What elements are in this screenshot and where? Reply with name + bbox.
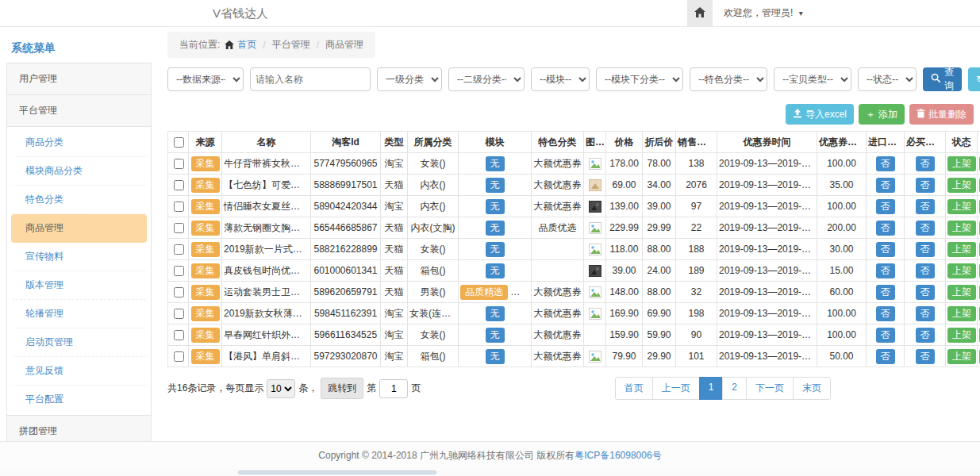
cell-operations	[978, 153, 980, 175]
reset-button[interactable]: ↻ 重置	[968, 67, 980, 91]
page-button-1[interactable]: 1	[699, 377, 724, 400]
cell-type: 天猫	[381, 175, 408, 196]
per-page-select[interactable]: 10	[267, 379, 295, 398]
must-buy-badge[interactable]: 否	[916, 349, 935, 364]
must-buy-badge[interactable]: 否	[916, 306, 935, 321]
sidebar-item-特色分类[interactable]: 特色分类	[11, 186, 147, 214]
table-row: 采集早春网红针织外套女春...596611634525淘宝女装()无大额优惠券1…	[168, 324, 980, 346]
cell-coupon-amount: 100.00	[817, 153, 867, 175]
user-menu[interactable]: 欢迎您，管理员! ▾	[724, 6, 803, 20]
must-buy-badge[interactable]: 否	[916, 242, 935, 257]
import-select-badge[interactable]: 否	[876, 285, 895, 300]
sidebar-item-意见反馈[interactable]: 意见反馈	[11, 357, 147, 386]
import-select-badge[interactable]: 否	[876, 242, 895, 257]
module-select[interactable]: --模块--	[531, 67, 590, 91]
must-buy-badge[interactable]: 否	[916, 263, 935, 278]
import-select-badge[interactable]: 否	[876, 199, 895, 214]
must-buy-badge[interactable]: 否	[916, 199, 935, 214]
sidebar-item-模块商品分类[interactable]: 模块商品分类	[11, 157, 147, 186]
feature-category-select[interactable]: --特色分类--	[690, 67, 767, 91]
cell-operations	[978, 239, 980, 260]
table-row: 采集情侣睡衣女夏丝绸男士...589042420344淘宝内衣()无大额优惠券1…	[168, 196, 980, 217]
status-badge[interactable]: 上架	[947, 328, 976, 343]
import-select-badge[interactable]: 否	[876, 178, 895, 193]
row-checkbox[interactable]	[174, 309, 184, 319]
row-checkbox[interactable]	[174, 266, 184, 276]
add-button[interactable]: ＋ 添加	[859, 104, 905, 125]
scrollbar-thumb[interactable]	[238, 470, 436, 474]
module-none-badge: 无	[486, 178, 505, 193]
row-checkbox[interactable]	[174, 351, 184, 362]
sidebar-section-users[interactable]: 用户管理	[6, 63, 152, 95]
row-checkbox[interactable]	[174, 159, 184, 169]
row-checkbox[interactable]	[174, 244, 184, 255]
must-buy-badge[interactable]: 否	[916, 156, 935, 171]
table-row: 采集2019新款一片式系...588216228899天猫女装()无118.00…	[168, 239, 980, 260]
module-subcategory-select[interactable]: --模块下分类--	[596, 67, 683, 91]
import-select-badge[interactable]: 否	[876, 221, 895, 236]
status-badge[interactable]: 上架	[947, 156, 976, 171]
cell-source: 采集	[189, 346, 222, 367]
cell-select	[168, 153, 189, 175]
row-checkbox[interactable]	[174, 223, 184, 233]
horizontal-scrollbar[interactable]	[0, 470, 980, 476]
product-image-icon	[589, 244, 601, 255]
row-checkbox[interactable]	[174, 180, 184, 190]
data-source-select[interactable]: --数据来源--	[167, 67, 244, 91]
module-none-badge: 无	[486, 221, 505, 236]
sidebar-item-宣传物料[interactable]: 宣传物料	[11, 243, 147, 271]
page-button-2[interactable]: 2	[722, 377, 747, 400]
sidebar-item-商品管理[interactable]: 商品管理	[11, 214, 147, 243]
status-badge[interactable]: 上架	[947, 242, 976, 257]
name-search-input[interactable]	[250, 67, 371, 91]
page-button-下一页[interactable]: 下一页	[746, 377, 794, 400]
import-select-badge[interactable]: 否	[876, 349, 895, 364]
cell-name: 运动套装男士卫衣初秋...	[222, 282, 311, 303]
page-button-上一页[interactable]: 上一页	[652, 377, 700, 400]
jump-button[interactable]: 跳转到	[321, 378, 363, 399]
home-button[interactable]	[687, 0, 713, 26]
import-select-badge[interactable]: 否	[876, 263, 895, 278]
level2-category-select[interactable]: --二级分类--	[448, 67, 525, 91]
sidebar-item-轮播管理[interactable]: 轮播管理	[11, 300, 147, 328]
status-badge[interactable]: 上架	[947, 349, 976, 364]
import-select-badge[interactable]: 否	[876, 328, 895, 343]
status-badge[interactable]: 上架	[947, 221, 976, 236]
row-checkbox[interactable]	[174, 202, 184, 212]
row-checkbox[interactable]	[174, 287, 184, 298]
sidebar-item-商品分类[interactable]: 商品分类	[11, 129, 147, 157]
status-badge[interactable]: 上架	[947, 263, 976, 278]
status-select[interactable]: --状态--	[858, 67, 917, 91]
must-buy-badge[interactable]: 否	[916, 285, 935, 300]
page-button-末页[interactable]: 末页	[793, 377, 831, 400]
import-excel-button[interactable]: 导入excel	[786, 104, 854, 125]
must-buy-badge[interactable]: 否	[916, 178, 935, 193]
select-all-checkbox[interactable]	[174, 137, 184, 148]
column-header-优惠券时间: 优惠券时间	[717, 132, 817, 153]
row-checkbox[interactable]	[174, 330, 184, 340]
import-select-badge[interactable]: 否	[876, 306, 895, 321]
sidebar-section-platform[interactable]: 平台管理	[6, 94, 152, 127]
sidebar-item-版本管理[interactable]: 版本管理	[11, 271, 147, 300]
must-buy-badge[interactable]: 否	[916, 328, 935, 343]
cell-status: 上架	[946, 239, 978, 260]
must-buy-badge[interactable]: 否	[916, 221, 935, 236]
item-type-select[interactable]: --宝贝类型--	[774, 67, 851, 91]
sidebar-item-平台配置[interactable]: 平台配置	[11, 386, 147, 413]
level1-category-select[interactable]: 一级分类	[377, 67, 442, 91]
icp-link[interactable]: 粤ICP备16098006号	[575, 450, 661, 461]
sidebar-item-启动页管理[interactable]: 启动页管理	[11, 328, 147, 357]
breadcrumb-home-link[interactable]: 首页	[225, 38, 256, 52]
status-badge[interactable]: 上架	[947, 285, 976, 300]
status-badge[interactable]: 上架	[947, 178, 976, 193]
cell-must-buy: 否	[905, 260, 946, 282]
status-badge[interactable]: 上架	[947, 306, 976, 321]
jump-page-input[interactable]	[379, 379, 408, 398]
query-button[interactable]: 查询	[923, 67, 962, 91]
product-image-icon	[589, 308, 601, 320]
batch-delete-button[interactable]: 批量删除	[909, 104, 974, 125]
import-select-badge[interactable]: 否	[876, 156, 895, 171]
cell-module: 品质精选 爱上运动	[459, 282, 532, 303]
page-button-首页[interactable]: 首页	[615, 377, 653, 400]
status-badge[interactable]: 上架	[947, 199, 976, 214]
